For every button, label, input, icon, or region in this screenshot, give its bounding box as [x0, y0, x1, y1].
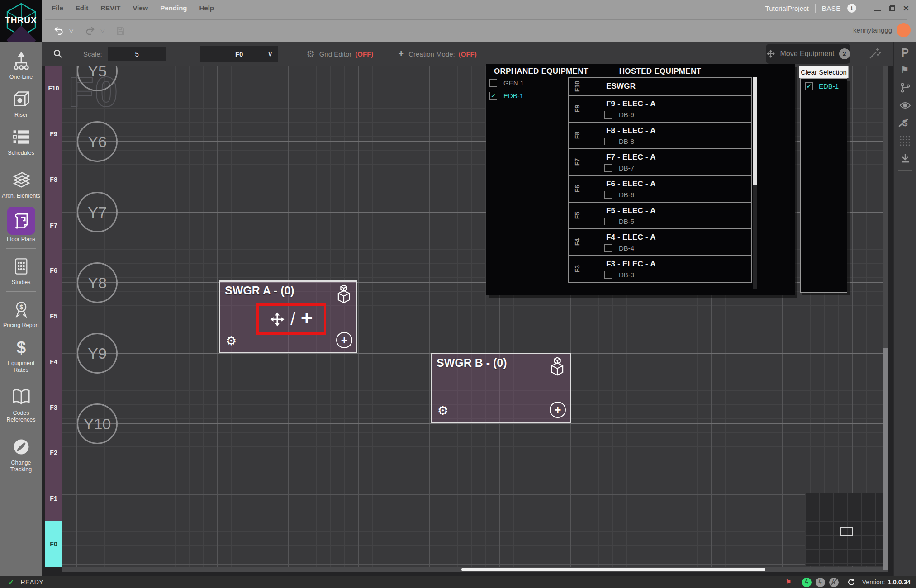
power-status-on-icon[interactable]: ϟ — [802, 578, 812, 587]
dot-grid-icon[interactable] — [899, 135, 911, 147]
horizontal-scrollbar[interactable] — [62, 567, 883, 572]
checkbox-unchecked[interactable]: ✓ — [604, 271, 612, 279]
magic-wand-icon[interactable] — [868, 47, 882, 60]
orphaned-item-gen1[interactable]: ✓ GEN 1 — [489, 78, 524, 88]
sidebar-item-change-tracking[interactable]: Change Tracking — [0, 432, 42, 476]
vertical-scrollbar[interactable] — [883, 66, 888, 572]
power-status-off-icon[interactable]: ϟ — [829, 578, 839, 587]
eye-icon[interactable] — [899, 100, 911, 111]
close-icon[interactable]: × — [903, 4, 909, 12]
redo-dropdown-icon[interactable]: ▽ — [100, 28, 104, 34]
minimize-icon[interactable] — [874, 10, 881, 11]
grid-editor-gear-icon[interactable]: ⚙ — [307, 48, 315, 59]
room-swgr-a[interactable]: SWGR A - (0) ⚙ + / + — [219, 280, 357, 353]
selection-item-edb1[interactable]: ✓ EDB-1 — [805, 82, 847, 90]
hosted-row-f9[interactable]: F9 F9 - ELEC - A ✓ DB-9 — [568, 95, 752, 123]
undo-icon[interactable] — [53, 25, 64, 36]
checkbox-unchecked[interactable]: ✓ — [604, 164, 612, 172]
svg-text:$: $ — [19, 304, 23, 311]
hosted-row-f5[interactable]: F5 F5 - ELEC - A ✓ DB-5 — [568, 202, 752, 229]
user-avatar[interactable] — [897, 23, 911, 37]
hosted-row-f4[interactable]: F4 F4 - ELEC - A ✓ DB-4 — [568, 228, 752, 256]
menu-edit[interactable]: Edit — [76, 4, 88, 12]
power-status-idle-icon[interactable]: ϟ — [816, 578, 825, 587]
sidebar-item-arch-elements[interactable]: Arch. Elements — [0, 165, 42, 203]
menu-pending[interactable]: Pending — [160, 4, 187, 12]
sidebar-item-schedules[interactable]: Schedules — [0, 122, 42, 160]
dollar-disabled-icon[interactable]: $ — [899, 117, 911, 129]
clear-selection-button[interactable]: Clear Selection — [799, 66, 849, 78]
branch-icon[interactable] — [899, 82, 911, 94]
floor-cell-f1[interactable]: F1 — [45, 476, 62, 522]
floor-cell-f2[interactable]: F2 — [45, 430, 62, 476]
equipment-name: F5 - ELEC - A — [606, 206, 751, 215]
sync-icon[interactable] — [847, 578, 855, 586]
restore-icon[interactable] — [889, 5, 895, 11]
floor-select[interactable]: F0 ∨ — [200, 46, 278, 62]
search-icon[interactable] — [42, 49, 74, 59]
equipment-cube-icon[interactable] — [548, 356, 566, 377]
titlebar-separator — [815, 4, 816, 13]
minimap-viewport[interactable] — [840, 527, 853, 536]
equipment-cube-icon[interactable] — [335, 284, 353, 305]
floor-cell-f6[interactable]: F6 — [45, 248, 62, 294]
sidebar-item-codes-references[interactable]: Codes References — [0, 382, 42, 427]
checkbox-unchecked[interactable]: ✓ — [604, 111, 612, 119]
menu-help[interactable]: Help — [199, 4, 214, 12]
checkbox-unchecked[interactable]: ✓ — [489, 79, 497, 87]
redo-icon[interactable] — [85, 25, 95, 36]
checkbox-unchecked[interactable]: ✓ — [604, 218, 612, 225]
hosted-row-f7[interactable]: F7 F7 - ELEC - A ✓ DB-7 — [568, 148, 752, 176]
info-icon[interactable]: i — [847, 4, 856, 13]
horizontal-scrollbar-thumb[interactable] — [461, 568, 765, 571]
toolbar-divider — [294, 47, 294, 60]
scale-input[interactable]: 5 — [108, 47, 166, 61]
grid-editor-label[interactable]: Grid Editor — [319, 50, 352, 58]
room-add-button[interactable]: + — [550, 402, 566, 418]
floor-cell-f5[interactable]: F5 — [45, 294, 62, 339]
sidebar-item-studies[interactable]: Studies — [0, 251, 42, 289]
checkbox-checked[interactable]: ✓ — [489, 92, 497, 100]
sidebar-item-pricing-report[interactable]: $ Pricing Report — [0, 294, 42, 332]
panel-scrollbar[interactable] — [753, 77, 757, 289]
checkbox-unchecked[interactable]: ✓ — [604, 191, 612, 199]
hosted-row-f6[interactable]: F6 F6 - ELEC - A ✓ DB-6 — [568, 175, 752, 203]
room-settings-gear-icon[interactable]: ⚙ — [226, 334, 237, 348]
checkbox-unchecked[interactable]: ✓ — [604, 138, 612, 145]
sidebar-item-floor-plans[interactable]: Floor Plans — [0, 203, 42, 246]
room-add-button[interactable]: + — [336, 332, 352, 348]
save-icon[interactable] — [116, 26, 125, 36]
panel-scrollbar-thumb[interactable] — [753, 77, 757, 185]
floor-cell-f8[interactable]: F8 — [45, 156, 62, 202]
vertical-scrollbar-thumb[interactable] — [883, 348, 888, 570]
floor-cell-f0-active[interactable]: F0 — [45, 521, 62, 567]
menu-revit[interactable]: REVIT — [100, 4, 120, 12]
floor-cell-f3[interactable]: F3 — [45, 384, 62, 430]
hosted-row-f8[interactable]: F8 F8 - ELEC - A ✓ DB-8 — [568, 122, 752, 149]
parking-marker-icon[interactable]: P — [899, 47, 911, 58]
sidebar-item-one-line[interactable]: One-Line — [0, 46, 42, 84]
floor-cell-f9[interactable]: F9 — [45, 111, 62, 157]
minimap[interactable] — [805, 493, 883, 566]
creation-mode-plus-icon[interactable]: + — [398, 49, 404, 58]
sidebar-item-equipment-rates[interactable]: $ Equipment Rates — [0, 332, 42, 377]
menu-view[interactable]: View — [133, 4, 148, 12]
hosted-row-f10[interactable]: F10 ESWGR — [568, 77, 752, 96]
creation-mode-label[interactable]: Creation Mode: — [408, 50, 455, 58]
sidebar-item-riser[interactable]: Riser — [0, 84, 42, 122]
floor-cell-f7[interactable]: F7 — [45, 202, 62, 248]
checkbox-checked[interactable]: ✓ — [805, 82, 813, 90]
undo-dropdown-icon[interactable]: ▽ — [69, 28, 73, 34]
orphaned-item-edb1[interactable]: ✓ EDB-1 — [489, 90, 524, 100]
status-flag-icon[interactable]: ⚑ — [785, 578, 791, 586]
menu-file[interactable]: File — [52, 4, 63, 12]
move-equipment-button[interactable]: Move Equipment 2 — [766, 44, 850, 64]
flag-icon[interactable]: ⚑ — [899, 64, 911, 76]
download-icon[interactable] — [899, 152, 911, 164]
room-swgr-b[interactable]: SWGR B - (0) ⚙ + — [431, 353, 571, 423]
checkbox-unchecked[interactable]: ✓ — [604, 244, 612, 252]
floor-cell-f4[interactable]: F4 — [45, 339, 62, 384]
room-settings-gear-icon[interactable]: ⚙ — [437, 403, 448, 418]
floor-cell-f10[interactable]: F10 — [45, 66, 62, 111]
hosted-row-f3[interactable]: F3 F3 - ELEC - A ✓ DB-3 — [568, 255, 752, 283]
